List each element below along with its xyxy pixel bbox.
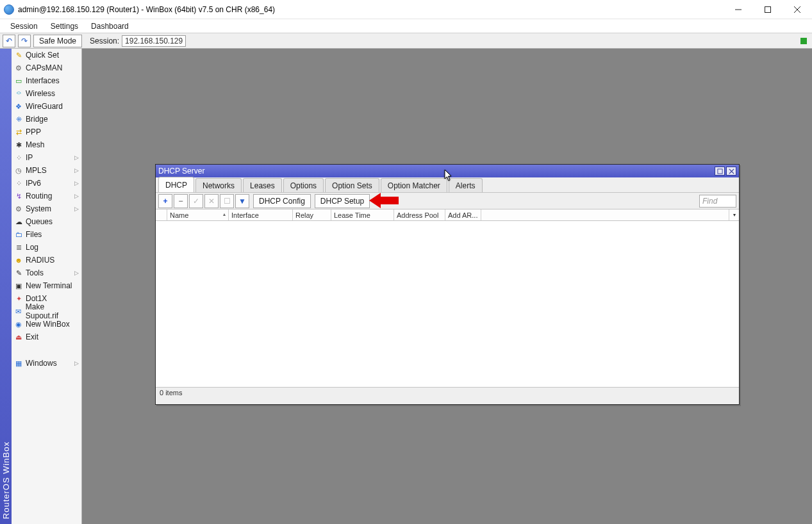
sidebar-item-capsman[interactable]: ⚙CAPsMAN [12, 61, 81, 74]
remove-button[interactable]: − [174, 194, 188, 208]
session-value[interactable]: 192.168.150.129 [122, 35, 186, 47]
menu-dashboard[interactable]: Dashboard [85, 20, 135, 32]
tab-alerts[interactable]: Alerts [449, 178, 483, 192]
sidebar-item-label: New WinBox [26, 320, 70, 329]
sidebar-item-label: Queues [26, 217, 53, 226]
routing-icon: ↯ [14, 192, 23, 201]
plus-icon: + [163, 197, 167, 206]
sidebar-item-windows[interactable]: ▦Windows▷ [12, 357, 81, 370]
sidebar-item-system[interactable]: ⚙System▷ [12, 202, 81, 215]
tab-option-sets[interactable]: Option Sets [325, 178, 379, 192]
sidebar-item-queues[interactable]: ☁Queues [12, 215, 81, 228]
minus-icon: − [178, 197, 183, 206]
sidebar-item-label: New Terminal [26, 281, 72, 290]
sidebar-item-exit[interactable]: ⏏Exit [12, 331, 81, 343]
sidebar-item-label: Log [26, 243, 38, 252]
vertical-brand-label: RouterOS WinBox [0, 49, 12, 524]
menu-session[interactable]: Session [4, 20, 44, 32]
column-header-lease[interactable]: Lease Time [331, 209, 394, 220]
dhcp-window-titlebar[interactable]: DHCP Server [156, 165, 739, 177]
sidebar-item-routing[interactable]: ↯Routing▷ [12, 190, 81, 202]
column-header-interface[interactable]: Interface [229, 209, 293, 220]
disable-button[interactable]: ✕ [204, 194, 219, 208]
column-header-addarp[interactable]: Add AR... [445, 209, 481, 220]
dhcp-list-body[interactable] [156, 221, 739, 388]
sidebar-item-label: Mesh [26, 140, 44, 149]
column-chooser-button[interactable]: ▾ [729, 209, 739, 220]
submenu-arrow-icon: ▷ [74, 206, 79, 212]
tab-networks[interactable]: Networks [195, 178, 242, 192]
safemode-button[interactable]: Safe Mode [33, 35, 82, 47]
sidebar-item-ipv6[interactable]: ⁘IPv6▷ [12, 177, 81, 190]
enable-button[interactable]: ✓ [189, 194, 203, 208]
sidebar-item-tools[interactable]: ✎Tools▷ [12, 266, 81, 279]
sidebar-item-supout[interactable]: ✉Make Supout.rif [12, 305, 81, 318]
window-title: admin@192.168.150.129 (Router1) - WinBox… [18, 5, 275, 14]
sidebar-item-label: CAPsMAN [26, 63, 62, 72]
find-input[interactable]: Find [699, 195, 736, 208]
cross-icon: ✕ [208, 197, 215, 206]
ip-icon: ⁘ [14, 153, 23, 162]
dhcp-window-close-button[interactable] [726, 167, 736, 176]
sidebar-item-interfaces[interactable]: ▭Interfaces [12, 74, 81, 87]
sidebar-item-mpls[interactable]: ◷MPLS▷ [12, 164, 81, 177]
dhcp-toolbar: + − ✓ ✕ ☐ ▼ DHCP Config DHCP Setup Find [156, 193, 739, 209]
sidebar-item-label: Bridge [26, 115, 48, 124]
sidebar-item-label: WireGuard [26, 102, 63, 111]
sidebar-item-label: MPLS [26, 166, 47, 175]
column-header-name[interactable]: Name [167, 209, 229, 220]
column-header-pool[interactable]: Address Pool [394, 209, 445, 220]
window-minimize-button[interactable] [724, 0, 753, 19]
sidebar-item-ppp[interactable]: ⇄PPP [12, 126, 81, 138]
comment-button[interactable]: ☐ [220, 194, 234, 208]
filter-button[interactable]: ▼ [235, 194, 249, 208]
radius-icon: ☻ [14, 256, 23, 265]
tab-dhcp[interactable]: DHCP [158, 177, 194, 192]
dhcp-setup-button[interactable]: DHCP Setup [315, 194, 370, 208]
newterm-icon: ▣ [14, 281, 23, 290]
column-header-relay[interactable]: Relay [293, 209, 331, 220]
redo-button[interactable]: ↷ [18, 35, 31, 47]
add-button[interactable]: + [158, 194, 172, 208]
dhcp-window-title: DHCP Server [158, 167, 204, 176]
sidebar-item-newwinbox[interactable]: ◉New WinBox [12, 318, 81, 331]
sidebar-item-label: Quick Set [26, 51, 59, 60]
tab-option-matcher[interactable]: Option Matcher [381, 178, 447, 192]
sidebar-item-bridge[interactable]: ⁜Bridge [12, 113, 81, 126]
window-titlebar: admin@192.168.150.129 (Router1) - WinBox… [0, 0, 812, 19]
menu-settings[interactable]: Settings [44, 20, 85, 32]
sidebar-item-label: Exit [26, 332, 38, 341]
sidebar-item-log[interactable]: ≣Log [12, 241, 81, 254]
sidebar-item-wireguard[interactable]: ❖WireGuard [12, 100, 81, 113]
connection-status-indicator [800, 38, 807, 44]
sidebar-item-files[interactable]: 🗀Files [12, 228, 81, 241]
sidebar-item-label: Routing [26, 192, 52, 201]
tab-options[interactable]: Options [283, 178, 324, 192]
window-close-button[interactable] [783, 0, 812, 19]
dhcp-window-maximize-button[interactable] [715, 167, 725, 176]
sidebar-item-label: Wireless [26, 89, 55, 98]
sidebar-item-newterm[interactable]: ▣New Terminal [12, 279, 81, 292]
dhcp-column-headers: NameInterfaceRelayLease TimeAddress Pool… [156, 209, 739, 221]
supout-icon: ✉ [14, 307, 23, 316]
sidebar-item-quickset[interactable]: ✎Quick Set [12, 49, 81, 61]
submenu-arrow-icon: ▷ [74, 154, 79, 161]
sidebar-item-label: Windows [26, 359, 57, 368]
undo-button[interactable]: ↶ [3, 35, 15, 47]
column-header-flag[interactable] [156, 209, 167, 220]
sidebar-item-ip[interactable]: ⁘IP▷ [12, 151, 81, 164]
sidebar-item-radius[interactable]: ☻RADIUS [12, 254, 81, 266]
sidebar-item-mesh[interactable]: ✱Mesh [12, 138, 81, 151]
log-icon: ≣ [14, 243, 23, 252]
tab-leases[interactable]: Leases [243, 178, 282, 192]
sidebar: ✎Quick Set⚙CAPsMAN▭Interfaces⌔Wireless❖W… [12, 49, 82, 524]
undo-icon: ↶ [6, 37, 12, 45]
sidebar-item-label: System [26, 204, 51, 213]
window-maximize-button[interactable] [753, 0, 783, 19]
submenu-arrow-icon: ▷ [74, 193, 79, 199]
dhcp-status-bar: 0 items [156, 388, 739, 399]
submenu-arrow-icon: ▷ [74, 360, 79, 366]
dhcp-config-button[interactable]: DHCP Config [253, 194, 311, 208]
sidebar-item-label: IP [26, 153, 33, 162]
sidebar-item-wireless[interactable]: ⌔Wireless [12, 87, 81, 100]
